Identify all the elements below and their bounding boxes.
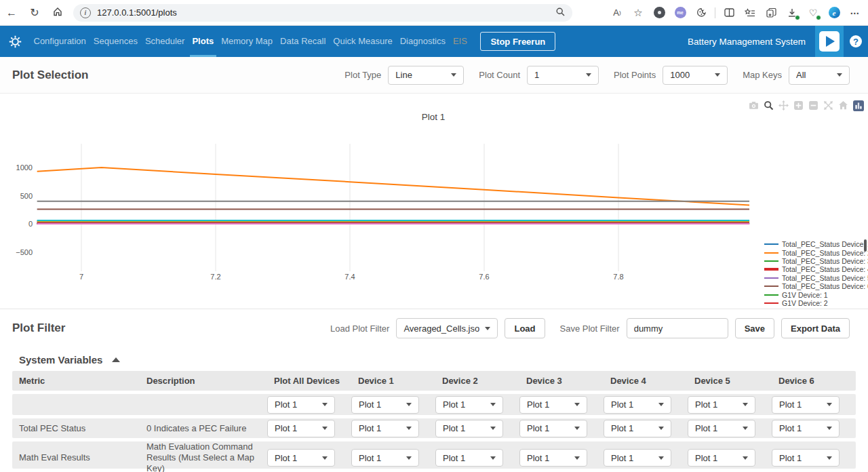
- plot-assign-select[interactable]: Plot 1: [267, 396, 335, 414]
- plot-canvas[interactable]: Plot 177.27.47.67.810005000−500: [0, 94, 868, 309]
- plot-assign-select[interactable]: Plot 1: [519, 420, 587, 437]
- nav-item-memory-map[interactable]: Memory Map: [218, 26, 277, 57]
- legend-item[interactable]: Total_PEC_Status Device: 4: [764, 265, 868, 273]
- plot-assign-select[interactable]: Plot 1: [435, 449, 503, 467]
- plot-count-select[interactable]: 1: [527, 66, 599, 85]
- metric-cell: Total PEC Status: [12, 423, 140, 434]
- address-bar[interactable]: i 127.0.0.1:5001/plots: [73, 4, 572, 22]
- plot-assign-select[interactable]: Plot 1: [435, 420, 503, 437]
- nav-item-scheduler[interactable]: Scheduler: [141, 26, 189, 57]
- legend-item[interactable]: Total_PEC_Status Device: 1: [764, 240, 868, 248]
- x-tick-label: 7: [79, 273, 83, 281]
- legend-label: Total_PEC_Status Device: 1: [782, 240, 868, 248]
- plot-assign-select[interactable]: Plot 1: [267, 420, 335, 437]
- pan-tool-icon[interactable]: [778, 100, 789, 111]
- legend-item[interactable]: Total_PEC_Status Device: 2: [764, 248, 868, 256]
- plot-assign-select[interactable]: Plot 1: [688, 449, 755, 467]
- legend-swatch: [764, 294, 778, 296]
- system-variables-section: System Variables Metric Description Plot…: [0, 347, 868, 472]
- settings-gear-icon[interactable]: [0, 35, 30, 48]
- plot-points-select[interactable]: 1000: [663, 66, 728, 85]
- edge-sidebar-icon[interactable]: e: [827, 5, 842, 20]
- plot-assign-select[interactable]: Plot 1: [772, 449, 840, 467]
- plot-assign-select[interactable]: Plot 1: [688, 396, 755, 414]
- plot-assign-select[interactable]: Plot 1: [772, 420, 840, 437]
- favorites-list-icon[interactable]: [743, 5, 757, 20]
- url-text[interactable]: 127.0.0.1:5001/plots: [97, 7, 177, 18]
- plot-points-value: 1000: [670, 70, 709, 80]
- cookies-icon[interactable]: [694, 5, 709, 20]
- plot-assign-select[interactable]: Plot 1: [519, 449, 587, 467]
- zoom-tool-icon[interactable]: [763, 100, 774, 111]
- table-row: Math Eval Results Math Evaluation Comman…: [12, 441, 856, 469]
- page-info-icon[interactable]: i: [80, 7, 91, 18]
- more-options-icon[interactable]: ⋯: [848, 5, 863, 20]
- plot-assign-select[interactable]: Plot 1: [351, 420, 419, 437]
- nav-item-data-recall[interactable]: Data Recall: [277, 26, 330, 57]
- legend-label: Total_PEC_Status Device: 6: [782, 282, 868, 290]
- browser-essentials-icon[interactable]: ♡: [806, 5, 821, 20]
- zoom-out-icon[interactable]: [808, 100, 819, 111]
- plot-assign-select[interactable]: Plot 1: [604, 396, 671, 414]
- back-icon[interactable]: ←: [0, 7, 23, 19]
- add-favorite-star-icon[interactable]: ☆: [631, 5, 646, 20]
- chevron-down-icon: [827, 427, 832, 430]
- legend-item[interactable]: Total_PEC_Status Device: 3: [764, 257, 868, 265]
- extension-me-icon[interactable]: me: [673, 5, 688, 20]
- refresh-icon[interactable]: ↻: [23, 6, 46, 19]
- description-cell: 0 Indicates a PEC Failure: [140, 423, 267, 434]
- nav-item-quick-measure[interactable]: Quick Measure: [330, 26, 396, 57]
- collapse-up-icon[interactable]: [112, 357, 120, 362]
- y-tick-label: 1000: [16, 163, 33, 172]
- plot-assign-select[interactable]: Plot 1: [435, 396, 503, 414]
- plot-assign-select[interactable]: Plot 1: [772, 396, 840, 414]
- export-data-button[interactable]: Export Data: [781, 318, 850, 338]
- plot-assign-value: Plot 1: [779, 399, 821, 410]
- plot-assign-select[interactable]: Plot 1: [604, 420, 671, 437]
- zoom-in-icon[interactable]: [793, 100, 804, 111]
- legend-scrollbar[interactable]: [864, 239, 867, 252]
- legend-item[interactable]: G1V Device: 1: [764, 290, 868, 298]
- load-button[interactable]: Load: [505, 318, 545, 338]
- plot-assign-select[interactable]: Plot 1: [604, 449, 671, 467]
- read-aloud-icon[interactable]: A): [610, 5, 625, 20]
- save-plot-filter-input[interactable]: [627, 318, 728, 338]
- y-tick-label: 0: [28, 220, 33, 228]
- plot-assign-select[interactable]: Plot 1: [267, 449, 335, 467]
- collections-icon[interactable]: [764, 5, 778, 20]
- plot-assign-value: Plot 1: [275, 399, 317, 410]
- stop-freerun-button[interactable]: Stop Freerun: [480, 32, 555, 51]
- legend-item[interactable]: Total_PEC_Status Device: 6: [764, 282, 868, 290]
- load-plot-filter-select[interactable]: Averaged_Cells.json: [396, 318, 498, 338]
- legend-item[interactable]: G1V Device: 2: [764, 299, 868, 307]
- plot-assign-select[interactable]: Plot 1: [351, 396, 419, 414]
- nav-item-plots[interactable]: Plots: [189, 26, 218, 57]
- plot-assign-value: Plot 1: [779, 453, 821, 463]
- y-tick-label: 500: [20, 192, 33, 200]
- nav-item-diagnostics[interactable]: Diagnostics: [396, 26, 449, 57]
- plotly-logo-icon[interactable]: [852, 100, 864, 111]
- plot-count-value: 1: [534, 70, 580, 80]
- legend-swatch: [764, 243, 778, 245]
- legend-item[interactable]: Total_PEC_Status Device: 5: [764, 274, 868, 282]
- app-logo[interactable]: [815, 26, 844, 57]
- help-button[interactable]: ?: [844, 35, 868, 47]
- downloads-icon[interactable]: [785, 5, 800, 20]
- split-screen-icon[interactable]: [722, 5, 736, 20]
- nav-item-configuration[interactable]: Configuration: [30, 26, 90, 57]
- plot-type-select[interactable]: Line: [388, 66, 464, 85]
- home-icon[interactable]: [46, 6, 69, 20]
- reset-axes-home-icon[interactable]: [837, 100, 849, 111]
- plot-assign-value: Plot 1: [611, 423, 653, 433]
- plot-assign-select[interactable]: Plot 1: [688, 420, 755, 437]
- zoom-search-icon[interactable]: [555, 7, 566, 19]
- save-button[interactable]: Save: [735, 318, 774, 338]
- nav-item-sequences[interactable]: Sequences: [90, 26, 141, 57]
- extension-sphere-icon[interactable]: [652, 5, 667, 20]
- plot-assign-select[interactable]: Plot 1: [351, 449, 419, 467]
- download-plot-camera-icon[interactable]: [748, 100, 760, 111]
- map-keys-select[interactable]: All: [789, 66, 850, 85]
- plot-assign-select[interactable]: Plot 1: [519, 396, 587, 414]
- chevron-down-icon: [490, 427, 496, 430]
- autoscale-icon[interactable]: [823, 100, 834, 111]
